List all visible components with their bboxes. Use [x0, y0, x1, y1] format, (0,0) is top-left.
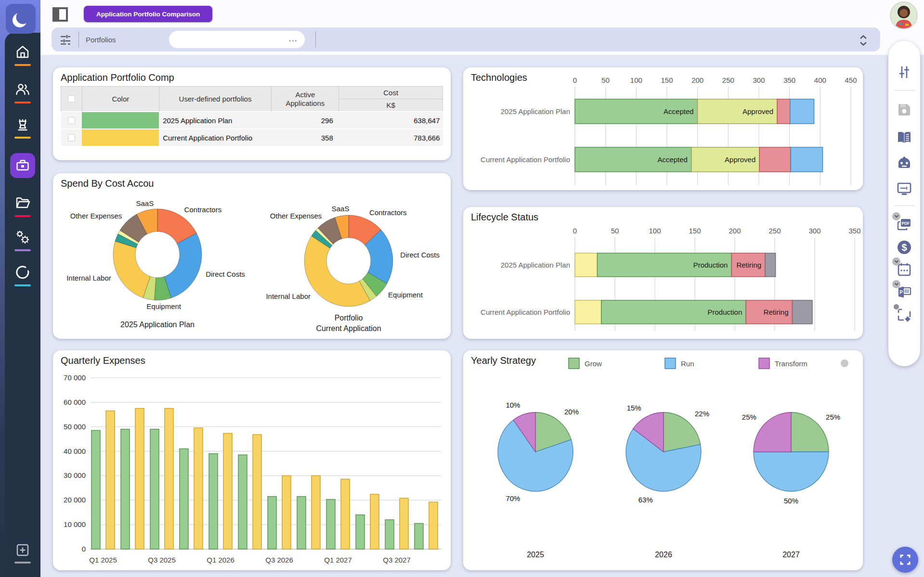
- toolbar-configure-button[interactable]: [896, 307, 912, 323]
- dashboard-title-button[interactable]: Application Portfolio Comparison: [84, 6, 212, 22]
- sidebar-item-users[interactable]: [5, 82, 40, 103]
- app-root: Application Portfolio Comparison Portfol…: [0, 0, 924, 577]
- svg-text:60 000: 60 000: [64, 398, 86, 406]
- sidebar-item-portfolio-active[interactable]: [10, 153, 35, 178]
- svg-text:25%: 25%: [742, 413, 756, 421]
- filter-sliders-icon[interactable]: [59, 33, 72, 46]
- chevron-down-badge: [892, 280, 900, 288]
- sync-accent: [14, 284, 31, 286]
- svg-text:Retiring: Retiring: [736, 261, 761, 269]
- svg-text:Internal Labor: Internal Labor: [66, 274, 111, 282]
- toolbar-assistant-button[interactable]: [896, 155, 912, 171]
- folder-open-icon: [15, 195, 30, 211]
- toolbar-filters-button[interactable]: [896, 64, 912, 80]
- robot-icon: [896, 155, 912, 171]
- toolbar-library-button[interactable]: [896, 129, 912, 145]
- strategy-accent: [14, 137, 31, 139]
- svg-text:100: 100: [649, 227, 661, 235]
- svg-text:Portfolio: Portfolio: [335, 314, 363, 322]
- svg-text:Internal Labor: Internal Labor: [266, 292, 311, 300]
- svg-text:Production: Production: [693, 261, 728, 269]
- left-sidebar-panel: [5, 33, 40, 577]
- chess-piece-icon: [15, 117, 30, 132]
- filter-label: Portfolios: [86, 36, 116, 44]
- toolbar-export-ppt-button[interactable]: P: [896, 284, 912, 300]
- portfolio-table-title: Application Portfolio Comp: [61, 72, 174, 83]
- strategy-title: Yearly Strategy: [471, 355, 536, 366]
- sidebar-item-settings[interactable]: [5, 230, 40, 251]
- table-row[interactable]: Current Application Portfolio 358 783,66…: [61, 129, 443, 146]
- toolbar-export-pdf-button[interactable]: PDF: [896, 216, 912, 232]
- svg-text:SaaS: SaaS: [136, 199, 154, 207]
- svg-text:70 000: 70 000: [64, 373, 86, 382]
- sidebar-item-strategy[interactable]: [5, 117, 40, 139]
- sidebar-item-projects[interactable]: [5, 195, 40, 217]
- svg-text:Retiring: Retiring: [764, 308, 789, 316]
- portfolio-name: 2025 Application Plan: [159, 112, 272, 129]
- svg-text:Current Application: Current Application: [316, 324, 381, 333]
- card-quarterly-expenses: Quarterly Expenses 010 00020 00030 00040…: [53, 350, 451, 570]
- svg-text:Equipment: Equipment: [146, 302, 182, 310]
- card-yearly-strategy: Yearly Strategy GrowRunTransform20%70%10…: [463, 350, 863, 570]
- add-square-icon: [15, 543, 30, 557]
- svg-text:70%: 70%: [506, 494, 520, 502]
- yearly-strategy-chart: GrowRunTransform20%70%10%202522%63%15%20…: [463, 350, 863, 570]
- filter-more-button[interactable]: ...: [289, 35, 298, 43]
- panel-left-icon: [52, 6, 69, 23]
- svg-text:50: 50: [611, 227, 619, 235]
- svg-text:Direct Costs: Direct Costs: [400, 251, 440, 259]
- dollar-circle-icon: $: [896, 239, 912, 256]
- svg-text:0: 0: [82, 545, 86, 553]
- svg-text:50: 50: [601, 76, 610, 84]
- svg-text:63%: 63%: [638, 496, 653, 504]
- toolbar-presentation-button[interactable]: [896, 180, 912, 197]
- sidebar-item-home[interactable]: [5, 44, 40, 66]
- users-icon: [15, 82, 30, 97]
- panel-toggle-button[interactable]: [52, 6, 69, 23]
- svg-text:20 000: 20 000: [64, 496, 86, 504]
- row-checkbox[interactable]: [68, 134, 75, 141]
- color-swatch: [82, 129, 159, 146]
- svg-text:Approved: Approved: [725, 155, 755, 164]
- filterbar-collapse-toggle[interactable]: [857, 33, 870, 50]
- sidebar-item-sync[interactable]: [5, 265, 40, 286]
- portfolio-filter-input[interactable]: [169, 31, 305, 48]
- filter-divider-2: [315, 31, 316, 48]
- portfolio-name: Current Application Portfolio: [159, 129, 272, 146]
- app-logo[interactable]: [6, 4, 36, 34]
- portfolio-filter: ...: [169, 31, 305, 48]
- card-portfolio-table: Application Portfolio Comp Color User-de…: [53, 67, 451, 160]
- spend-title: Spend By Cost Accou: [61, 178, 154, 189]
- svg-text:200: 200: [691, 76, 703, 84]
- select-all-checkbox[interactable]: [68, 95, 75, 103]
- technologies-title: Technologies: [471, 72, 527, 83]
- active-apps-value: 296: [272, 112, 339, 129]
- svg-text:2025 Application Plan: 2025 Application Plan: [501, 107, 570, 115]
- table-row[interactable]: 2025 Application Plan 296 638,647: [61, 112, 443, 129]
- svg-text:40 000: 40 000: [64, 447, 86, 455]
- svg-text:Approved: Approved: [742, 107, 773, 115]
- svg-text:PDF: PDF: [902, 221, 910, 226]
- svg-text:250: 250: [722, 76, 734, 84]
- svg-text:100: 100: [630, 76, 642, 84]
- toolbar-costs-button[interactable]: $: [896, 239, 912, 256]
- svg-text:SaaS: SaaS: [332, 205, 350, 213]
- user-avatar[interactable]: [890, 1, 918, 29]
- toolbar-schedule-button[interactable]: [896, 261, 912, 278]
- row-checkbox[interactable]: [68, 117, 75, 124]
- card-spend-by-cost: Spend By Cost Accou ContractorsDirect Co…: [53, 173, 451, 339]
- svg-text:Grow: Grow: [585, 359, 602, 368]
- svg-text:300: 300: [808, 227, 820, 235]
- svg-text:P: P: [899, 290, 903, 295]
- portfolio-table: Color User-defined portfolios Active App…: [61, 86, 443, 146]
- toolbar-save-button[interactable]: [896, 102, 912, 118]
- svg-text:50 000: 50 000: [64, 423, 86, 431]
- sidebar-item-add[interactable]: [5, 543, 40, 564]
- fullscreen-icon: [899, 553, 911, 566]
- toolbar-divider: [894, 90, 914, 90]
- fullscreen-button[interactable]: [892, 547, 918, 573]
- filter-bar: Portfolios ...: [51, 26, 881, 52]
- toolbar-divider: [894, 205, 914, 206]
- svg-text:30 000: 30 000: [64, 471, 86, 479]
- save-floppy-icon: [896, 102, 912, 118]
